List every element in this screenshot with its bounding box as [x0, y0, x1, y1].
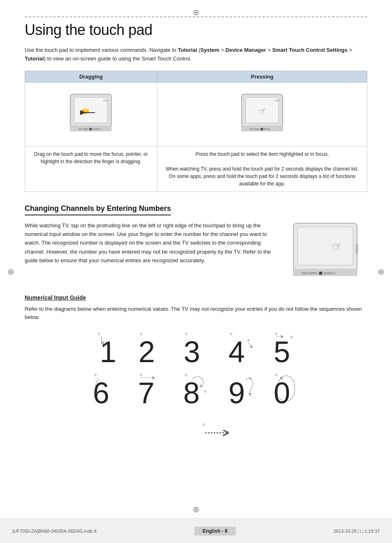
svg-text:9: 9: [228, 377, 245, 408]
num-item-5: 5 ① ②: [270, 330, 303, 367]
svg-text:8: 8: [183, 377, 200, 408]
table-desc-pressing: Press the touch pad to select the item h…: [157, 146, 367, 192]
dragging-svg: RECOMM. ⬛ SEARCH 🤛 /23: [58, 90, 124, 137]
svg-text:1: 1: [100, 335, 116, 367]
pressing-svg: RECOMM. ⬛ SEARC ☞ /23: [229, 90, 295, 137]
svg-line-29: [249, 343, 252, 347]
svg-rect-1: [74, 97, 107, 123]
numbers-row-dash: ①: [151, 412, 241, 449]
svg-text:①: ①: [184, 373, 187, 377]
num-item-7: 7 ①: [134, 371, 167, 408]
intro-paragraph: Use the touch pad to implement various c…: [25, 46, 367, 63]
svg-text:①: ①: [185, 332, 188, 336]
numbers-grid: 1 ① 2 ①: [25, 330, 367, 449]
intro-bold-tutorial2: Tutorial: [25, 55, 44, 62]
numbers-row-2: 6 ① 7 ①: [89, 371, 303, 408]
svg-text:5: 5: [274, 335, 290, 367]
num-item-0: 0 ①: [270, 371, 303, 408]
numerical-section: Numerical Input Guide Refer to the diagr…: [25, 294, 367, 450]
svg-text:①: ①: [230, 332, 233, 336]
svg-text:/23: /23: [274, 99, 279, 102]
num-item-3: 3 ①: [180, 330, 212, 367]
intro-bold-device: Device Manager: [226, 47, 266, 53]
svg-text:①: ①: [97, 332, 100, 336]
footer-left: [UF7050-ZA]BN68-04930A-06ENG.indb 8: [12, 529, 97, 534]
channels-image: RECOMMM. ⬛ SEARCH ☞: [285, 221, 367, 282]
channels-remote-svg: RECOMMM. ⬛ SEARCH ☞: [285, 221, 367, 281]
svg-text:②: ②: [290, 335, 293, 339]
svg-rect-18: [356, 244, 358, 254]
svg-text:RECOMM. ⬛ SEARC: RECOMM. ⬛ SEARC: [250, 128, 271, 131]
svg-text:6: 6: [93, 377, 109, 408]
numerical-desc: Refer to the diagrams below when enterin…: [25, 305, 367, 322]
svg-rect-14: [297, 227, 353, 265]
svg-text:①: ①: [94, 373, 97, 377]
svg-text:←: ←: [230, 383, 233, 386]
intro-text-start: Use the touch pad to implement various c…: [25, 47, 178, 53]
pressing-desc-1: Press the touch pad to select the item h…: [196, 151, 329, 157]
svg-text:①: ①: [139, 373, 142, 377]
intro-text-3: >: [219, 47, 226, 53]
svg-text:4: 4: [228, 335, 245, 367]
svg-text:①: ①: [202, 423, 205, 427]
num-item-8: 8 ① ①: [180, 371, 212, 408]
touchpad-table: Dragging Pressing RECOMM. ⬛ SEARCH: [25, 71, 367, 192]
channels-heading: Changing Channels by Entering Numbers: [25, 204, 171, 215]
num-item-dash: ①: [200, 412, 241, 449]
svg-text:①: ①: [275, 373, 278, 377]
num-item-6: 6 ①: [89, 371, 122, 408]
table-image-dragging: RECOMM. ⬛ SEARCH 🤛 /23: [25, 82, 157, 146]
channels-section: Changing Channels by Entering Numbers Wh…: [25, 204, 367, 282]
svg-text:3: 3: [184, 335, 200, 367]
top-dashed-line: [25, 16, 367, 17]
intro-bold-tutorial: Tutorial: [178, 47, 197, 53]
num-item-1: 1 ①: [89, 330, 122, 367]
table-image-pressing: RECOMM. ⬛ SEARC ☞ /23: [157, 82, 367, 146]
footer: [UF7050-ZA]BN68-04930A-06ENG.indb 8 Engl…: [0, 518, 392, 543]
svg-text:0: 0: [274, 377, 290, 408]
svg-text:①: ①: [140, 332, 143, 336]
channels-layout: While watching TV, tap on the protruding…: [25, 221, 367, 282]
intro-bold-system: System: [201, 47, 219, 53]
intro-bold-smtc: Smart Touch Control Settings: [272, 47, 347, 53]
intro-text-2: (: [197, 47, 201, 53]
table-header-dragging: Dragging: [25, 71, 157, 82]
svg-text:2: 2: [138, 335, 155, 367]
footer-center: English - 8: [194, 527, 236, 536]
num-item-2: 2 ①: [134, 330, 167, 367]
num-item-4: 4 ① ②: [225, 330, 258, 367]
svg-text:🤛: 🤛: [81, 107, 90, 116]
svg-text:RECOMMM. ⬛ SEARCH: RECOMMM. ⬛ SEARCH: [302, 271, 335, 275]
svg-text:①: ①: [275, 332, 278, 336]
svg-text:①: ①: [204, 390, 207, 393]
numerical-heading: Numerical Input Guide: [25, 294, 367, 301]
page-title: Using the touch pad: [25, 21, 367, 39]
svg-text:7: 7: [138, 377, 154, 408]
table-desc-dragging: Drag on the touch pad to move the focus,…: [25, 146, 157, 192]
page-wrapper: Using the touch pad Use the touch pad to…: [0, 0, 392, 543]
pressing-desc-2: When watching TV, press and hold the tou…: [166, 166, 359, 187]
num-item-9: 9 ← ①: [225, 371, 258, 408]
intro-text-5: >: [348, 47, 352, 53]
svg-text:/23: /23: [103, 99, 108, 102]
intro-text-4: >: [266, 47, 272, 53]
numbers-row-1: 1 ① 2 ①: [89, 330, 303, 367]
channels-body: While watching TV, tap on the protruding…: [25, 221, 277, 265]
intro-text-6: ) to view an on-screen guide to using th…: [44, 55, 192, 62]
svg-text:RECOMM. ⬛ SEARCH: RECOMM. ⬛ SEARCH: [78, 128, 101, 131]
svg-text:②: ②: [247, 339, 250, 342]
footer-right: 2013-10-28 □□ 1:19:37: [334, 529, 380, 534]
table-header-pressing: Pressing: [157, 71, 367, 82]
